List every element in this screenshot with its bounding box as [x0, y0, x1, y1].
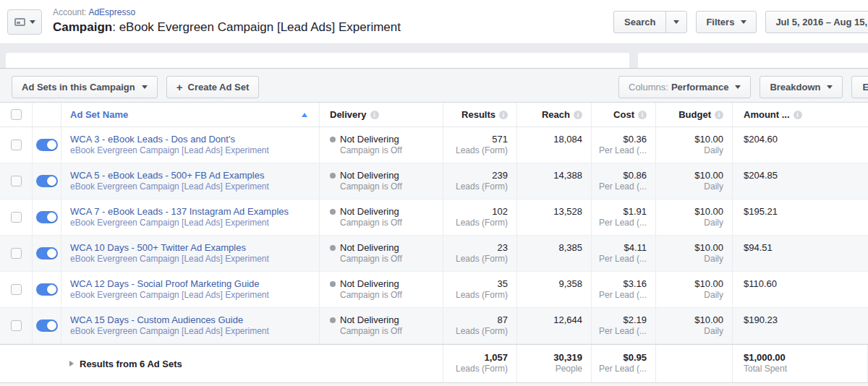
status-dot-icon	[330, 137, 336, 142]
adset-status-toggle[interactable]	[36, 211, 58, 223]
delivery-substatus: Campaign is Off	[330, 290, 437, 301]
budget-cell: $10.00 Daily	[656, 163, 733, 199]
adset-name-cell: WCA 15 Days - Custom Audiences Guide eBo…	[61, 308, 320, 343]
search-dropdown-button[interactable]	[665, 12, 686, 33]
budget-cell: $10.00 Daily	[656, 127, 733, 163]
reach-cell: 13,528	[517, 200, 592, 235]
footer-reach-value: 30,319	[522, 352, 582, 364]
columns-label: Columns:	[629, 82, 668, 93]
delivery-cell: Not Delivering Campaign is Off	[320, 272, 443, 307]
footer-summary-toggle[interactable]: Results from 6 Ad Sets	[0, 345, 320, 382]
adset-name-link[interactable]: WCA 3 - eBook Leads - Dos and Dont's	[70, 134, 312, 145]
create-adset-label: Create Ad Set	[188, 82, 250, 93]
adset-name-link[interactable]: WCA 7 - eBook Leads - 137 Instagram Ad E…	[70, 206, 312, 218]
adset-status-toggle[interactable]	[36, 283, 58, 296]
adset-status-toggle[interactable]	[36, 175, 58, 187]
amount-spent-cell: $204.60	[733, 127, 868, 163]
row-toggle-cell	[33, 127, 61, 163]
reach-cell: 9,358	[517, 272, 592, 307]
results-sub: Leads (Form)	[448, 145, 508, 156]
column-header-budget[interactable]: Budget	[656, 103, 733, 126]
adset-status-toggle[interactable]	[36, 139, 58, 151]
row-checkbox[interactable]	[11, 320, 22, 331]
column-header-amount[interactable]: Amount ...	[733, 103, 868, 126]
column-header-cost[interactable]: Cost	[592, 103, 656, 126]
footer-cost-cell: $0.95 Per Lead (...	[592, 345, 656, 382]
title-block: Account: AdEspresso Campaign: eBook Ever…	[53, 7, 401, 35]
results-sub: Leads (Form)	[448, 290, 508, 301]
results-header-label: Results	[461, 109, 495, 120]
row-toggle-cell	[33, 308, 61, 343]
adset-status-toggle[interactable]	[36, 247, 58, 260]
cost-cell: $0.86 Per Lead (...	[592, 163, 656, 199]
adset-name-link[interactable]: WCA 15 Days - Custom Audiences Guide	[70, 314, 312, 326]
delivery-substatus: Campaign is Off	[330, 181, 437, 192]
export-button[interactable]: Export	[852, 77, 868, 98]
cost-value: $3.16	[596, 278, 647, 290]
column-header-adset-name[interactable]: Ad Set Name	[61, 103, 320, 126]
info-icon[interactable]	[370, 111, 379, 119]
row-checkbox-cell	[0, 163, 33, 199]
amount-spent-value: $195.21	[744, 206, 862, 218]
results-value: 35	[448, 278, 508, 290]
adset-name-cell: WCA 10 Days - 500+ Twitter Ad Examples e…	[61, 236, 320, 271]
filters-button[interactable]: Filters	[696, 11, 757, 33]
delivery-cell: Not Delivering Campaign is Off	[320, 236, 443, 271]
create-adset-button[interactable]: + Create Ad Set	[166, 76, 260, 98]
info-icon[interactable]	[715, 111, 723, 119]
amount-spent-cell: $94.51	[733, 236, 868, 271]
reach-cell: 18,084	[517, 127, 592, 163]
row-checkbox[interactable]	[11, 248, 22, 259]
info-icon[interactable]	[638, 111, 647, 119]
column-header-results[interactable]: Results	[443, 103, 517, 126]
header-toggle-cell	[33, 103, 61, 126]
cost-value: $1.91	[596, 206, 647, 218]
campaign-title: Campaign: eBook Evergreen Campaign [Lead…	[53, 20, 401, 35]
top-header: Account: AdEspresso Campaign: eBook Ever…	[0, 0, 868, 44]
cost-cell: $0.36 Per Lead (...	[592, 127, 656, 163]
row-checkbox[interactable]	[11, 140, 22, 150]
info-icon[interactable]	[499, 111, 508, 119]
reach-header-label: Reach	[542, 109, 570, 120]
collapsed-panel	[6, 53, 629, 68]
budget-value: $10.00	[660, 170, 723, 181]
table-row: WCA 7 - eBook Leads - 137 Instagram Ad E…	[0, 200, 868, 236]
row-checkbox[interactable]	[11, 284, 22, 295]
adset-status-toggle[interactable]	[36, 319, 58, 332]
adset-name-link[interactable]: WCA 5 - eBook Leads - 500+ FB Ad Example…	[70, 170, 312, 181]
results-cell: 23 Leads (Form)	[443, 236, 517, 271]
adsets-scope-dropdown[interactable]: Ad Sets in this Campaign	[12, 76, 158, 98]
account-link[interactable]: AdEspresso	[88, 7, 135, 17]
adset-name-link[interactable]: WCA 10 Days - 500+ Twitter Ad Examples	[70, 242, 312, 254]
toggle-knob	[47, 249, 56, 258]
footer-results-sub: Leads (Form)	[448, 364, 508, 374]
info-icon[interactable]	[574, 111, 582, 119]
row-checkbox[interactable]	[11, 212, 22, 223]
sort-ascending-icon	[302, 113, 307, 117]
date-range-button[interactable]: Jul 5, 2016 – Aug 15, 2016	[765, 11, 868, 33]
footer-amount-sub: Total Spent	[744, 364, 861, 374]
delivery-status: Not Delivering	[340, 314, 399, 326]
row-checkbox[interactable]	[11, 176, 22, 186]
footer-amount-value: $1,000.00	[744, 352, 861, 364]
results-value: 23	[448, 242, 508, 254]
columns-dropdown[interactable]: Columns: Performance	[618, 76, 751, 98]
row-checkbox-cell	[0, 308, 33, 343]
adset-name-link[interactable]: WCA 12 Days - Social Proof Marketing Gui…	[70, 278, 312, 290]
column-header-reach[interactable]: Reach	[517, 103, 592, 126]
status-dot-icon	[330, 245, 336, 251]
row-checkbox-cell	[0, 272, 33, 307]
info-icon[interactable]	[793, 111, 802, 119]
results-value: 571	[448, 134, 508, 145]
collapsed-panel-band	[0, 45, 868, 68]
status-dot-icon	[330, 281, 336, 287]
cost-sub: Per Lead (...	[596, 145, 647, 156]
select-all-checkbox[interactable]	[11, 109, 22, 120]
column-header-delivery[interactable]: Delivery	[320, 103, 443, 126]
breakdown-dropdown[interactable]: Breakdown	[760, 76, 843, 98]
amount-spent-cell: $110.60	[733, 272, 868, 307]
campaigns-menu-button[interactable]	[7, 9, 42, 35]
search-button[interactable]: Search	[614, 12, 665, 33]
amount-spent-value: $190.23	[744, 314, 862, 326]
reach-cell: 14,388	[517, 163, 592, 199]
